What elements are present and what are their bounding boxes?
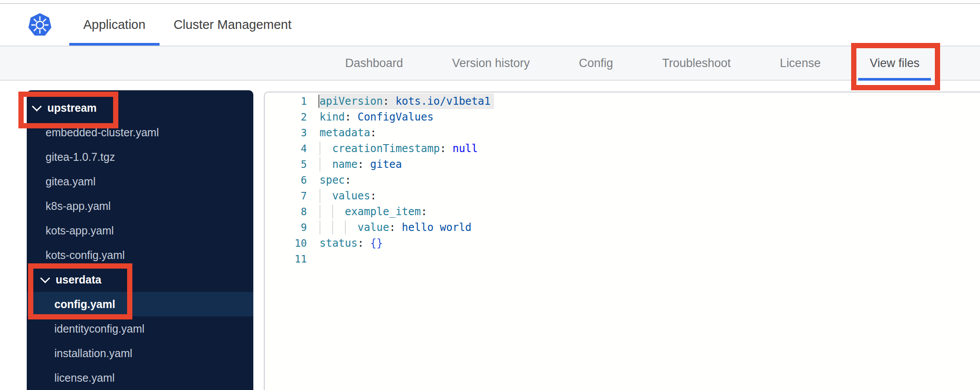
subnav-tab-dashboard[interactable]: Dashboard bbox=[334, 46, 415, 80]
indent-guide bbox=[320, 189, 320, 203]
code-line-6: 6spec: bbox=[265, 172, 980, 188]
tree-item-label: identityconfig.yaml bbox=[54, 323, 145, 335]
tree-item-label: gitea-1.0.7.tgz bbox=[46, 151, 115, 163]
code-line-5: 5 name: gitea bbox=[265, 156, 980, 172]
line-content: values: bbox=[320, 188, 376, 204]
code-editor[interactable]: 1apiVersion: kots.io/v1beta12kind: Confi… bbox=[264, 92, 980, 390]
line-content: spec: bbox=[320, 172, 351, 188]
line-number: 1 bbox=[265, 93, 307, 109]
indent-guide bbox=[320, 205, 320, 219]
kots-admin-console: ApplicationCluster Management DashboardV… bbox=[0, 0, 980, 390]
tree-file-k8s-app-yaml[interactable]: k8s-app.yaml bbox=[27, 194, 253, 218]
subnav-tab-troubleshoot[interactable]: Troubleshoot bbox=[651, 46, 742, 80]
line-number: 4 bbox=[265, 141, 307, 156]
code-line-8: 8 example_item: bbox=[265, 204, 980, 220]
indent-guide bbox=[332, 205, 333, 219]
tree-item-label: gitea.yaml bbox=[46, 175, 96, 188]
subnav-tab-license[interactable]: License bbox=[768, 46, 832, 80]
line-number: 3 bbox=[265, 125, 307, 141]
line-number: 5 bbox=[265, 156, 307, 172]
tree-file-kots-config-yaml[interactable]: kots-config.yaml bbox=[27, 243, 253, 267]
subnav-tab-config[interactable]: Config bbox=[568, 46, 625, 80]
app-subnav: DashboardVersion historyConfigTroublesho… bbox=[0, 46, 980, 81]
line-number: 2 bbox=[265, 109, 307, 125]
code-line-9: 9 value: hello world bbox=[265, 220, 980, 235]
tree-file-identityconfig-yaml[interactable]: identityconfig.yaml bbox=[27, 316, 253, 341]
tree-item-label: license.yaml bbox=[54, 372, 115, 384]
line-content: example_item: bbox=[320, 204, 427, 220]
tree-file-config-yaml[interactable]: config.yaml bbox=[27, 292, 253, 316]
header-tab-cluster-management[interactable]: Cluster Management bbox=[160, 4, 305, 46]
subnav-tab-view-files[interactable]: View files bbox=[858, 46, 931, 80]
tree-item-label: installation.yaml bbox=[54, 347, 132, 360]
code-line-2: 2kind: ConfigValues bbox=[265, 109, 980, 125]
code-line-11: 11 bbox=[265, 251, 980, 267]
tree-item-label: userdata bbox=[56, 273, 101, 286]
tree-file-gitea-1-0-7-tgz[interactable]: gitea-1.0.7.tgz bbox=[27, 145, 253, 169]
line-number: 8 bbox=[265, 204, 307, 220]
chevron-down-icon bbox=[40, 273, 50, 283]
indent-guide bbox=[320, 157, 320, 171]
line-number: 9 bbox=[265, 220, 307, 235]
file-tree: upstreamembedded-cluster.yamlgitea-1.0.7… bbox=[27, 90, 253, 390]
tree-folder-upstream[interactable]: upstream bbox=[27, 96, 253, 120]
line-content: value: hello world bbox=[320, 220, 472, 235]
code-line-4: 4 creationTimestamp: null bbox=[265, 141, 980, 156]
tree-file-license-yaml[interactable]: license.yaml bbox=[27, 365, 253, 390]
header-tab-application[interactable]: Application bbox=[69, 4, 160, 46]
indent-guide bbox=[345, 220, 346, 234]
subnav-tab-version-history[interactable]: Version history bbox=[441, 46, 541, 80]
indent-guide bbox=[320, 220, 320, 234]
tree-file-kots-app-yaml[interactable]: kots-app.yaml bbox=[27, 218, 253, 243]
tree-folder-userdata[interactable]: userdata bbox=[27, 267, 253, 292]
code-line-3: 3metadata: bbox=[265, 125, 980, 141]
line-content: status: {} bbox=[320, 235, 383, 251]
code-line-10: 10status: {} bbox=[265, 235, 980, 251]
tree-file-embedded-cluster-yaml[interactable]: embedded-cluster.yaml bbox=[27, 120, 253, 145]
indent-guide bbox=[320, 142, 320, 156]
code-line-1: 1apiVersion: kots.io/v1beta1 bbox=[265, 93, 980, 109]
line-number: 6 bbox=[265, 172, 307, 188]
tree-file-installation-yaml[interactable]: installation.yaml bbox=[27, 341, 253, 365]
tree-item-label: kots-config.yaml bbox=[46, 249, 125, 262]
code-line-7: 7 values: bbox=[265, 188, 980, 204]
line-number: 11 bbox=[265, 251, 307, 267]
chevron-down-icon bbox=[32, 101, 42, 111]
indent-guide bbox=[332, 220, 333, 234]
tree-item-label: k8s-app.yaml bbox=[46, 200, 111, 213]
tree-item-label: embedded-cluster.yaml bbox=[46, 126, 159, 139]
line-number: 10 bbox=[265, 235, 307, 251]
line-content: apiVersion: kots.io/v1beta1 bbox=[320, 93, 494, 109]
kubernetes-logo-icon bbox=[28, 13, 52, 37]
line-content: name: gitea bbox=[320, 156, 402, 172]
tree-item-label: config.yaml bbox=[54, 298, 115, 311]
line-content: kind: ConfigValues bbox=[320, 109, 433, 125]
app-header: ApplicationCluster Management bbox=[0, 4, 980, 46]
line-content: creationTimestamp: null bbox=[320, 141, 478, 156]
tree-item-label: kots-app.yaml bbox=[46, 224, 114, 237]
tree-item-label: upstream bbox=[47, 102, 97, 114]
line-number: 7 bbox=[265, 188, 307, 204]
tree-file-gitea-yaml[interactable]: gitea.yaml bbox=[27, 169, 253, 194]
header-tab-bar: ApplicationCluster Management bbox=[69, 4, 305, 46]
line-content: metadata: bbox=[320, 125, 376, 141]
